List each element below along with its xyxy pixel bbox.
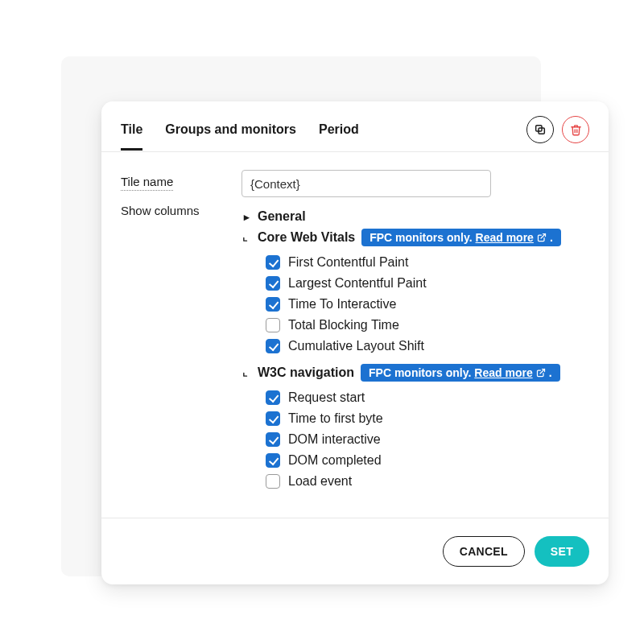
tab-tile[interactable]: Tile: [121, 118, 142, 151]
options-core-web-vitals: First Contentful Paint Largest Contentfu…: [242, 249, 589, 361]
checkbox-icon: [266, 390, 280, 405]
option-time-to-interactive[interactable]: Time To Interactive: [266, 294, 589, 315]
option-label: Request start: [288, 390, 365, 405]
form-body: Tile name Show columns General: [101, 152, 609, 518]
option-request-start[interactable]: Request start: [266, 387, 589, 408]
group-title: General: [258, 209, 306, 224]
option-label: DOM completed: [288, 453, 382, 468]
checkbox-icon: [266, 255, 280, 270]
tab-actions: [526, 116, 589, 151]
option-label: First Contentful Paint: [288, 255, 408, 270]
group-header-w3c-navigation[interactable]: W3C navigation FPC monitors only. Read m…: [242, 361, 589, 384]
checkbox-icon: [266, 432, 280, 447]
checkbox-icon: [266, 276, 280, 291]
badge-text: FPC monitors only.: [369, 231, 472, 244]
badge-period: .: [549, 366, 552, 379]
checkbox-icon: [266, 339, 280, 353]
option-first-contentful-paint[interactable]: First Contentful Paint: [266, 252, 589, 273]
group-title: W3C navigation: [258, 365, 354, 380]
expanded-arrow-icon: [242, 233, 251, 242]
tile-settings-dialog: Tile Groups and monitors Period: [101, 101, 609, 584]
checkbox-icon: [266, 318, 280, 332]
option-label: Total Blocking Time: [288, 318, 399, 332]
checkbox-icon: [266, 411, 280, 426]
checkbox-icon: [266, 474, 280, 489]
checkbox-icon: [266, 453, 280, 468]
option-dom-interactive[interactable]: DOM interactive: [266, 429, 589, 450]
read-more-link[interactable]: Read more: [476, 231, 534, 244]
option-label: Load event: [288, 474, 352, 489]
label-show-columns: Show columns: [121, 199, 224, 222]
duplicate-button[interactable]: [526, 116, 554, 143]
read-more-link[interactable]: Read more: [474, 366, 532, 379]
svg-line-2: [541, 234, 546, 239]
chevron-right-icon: [242, 211, 251, 223]
option-cumulative-layout-shift[interactable]: Cumulative Layout Shift: [266, 336, 589, 357]
fields-column: General Core Web Vitals FPC monitors onl…: [242, 170, 589, 497]
label-tile-name: Tile name: [121, 170, 173, 191]
external-link-icon: [537, 233, 547, 242]
option-label: Time To Interactive: [288, 297, 396, 312]
svg-line-3: [540, 369, 545, 374]
tab-groups-and-monitors[interactable]: Groups and monitors: [165, 118, 296, 151]
option-label: Cumulative Layout Shift: [288, 339, 424, 353]
column-groups: General Core Web Vitals FPC monitors onl…: [242, 207, 589, 497]
option-label: DOM interactive: [288, 432, 381, 447]
delete-button[interactable]: [562, 116, 589, 143]
labels-column: Tile name Show columns: [121, 170, 224, 222]
option-load-event[interactable]: Load event: [266, 471, 589, 492]
group-header-general[interactable]: General: [242, 207, 589, 226]
option-label: Time to first byte: [288, 411, 383, 426]
options-w3c-navigation: Request start Time to first byte DOM int…: [242, 384, 589, 497]
tile-name-input[interactable]: [242, 170, 491, 197]
fpc-badge: FPC monitors only. Read more .: [361, 364, 560, 382]
badge-period: .: [550, 231, 553, 244]
copy-icon: [534, 123, 547, 136]
badge-text: FPC monitors only.: [369, 366, 471, 379]
tab-bar: Tile Groups and monitors Period: [101, 101, 609, 152]
option-label: Largest Contentful Paint: [288, 276, 427, 291]
tabs: Tile Groups and monitors Period: [121, 118, 359, 151]
option-total-blocking-time[interactable]: Total Blocking Time: [266, 315, 589, 336]
dialog-footer: CANCEL SET: [101, 518, 609, 584]
option-time-to-first-byte[interactable]: Time to first byte: [266, 408, 589, 429]
option-dom-completed[interactable]: DOM completed: [266, 450, 589, 471]
tab-period[interactable]: Period: [319, 118, 359, 151]
expanded-arrow-icon: [242, 369, 251, 378]
cancel-button[interactable]: CANCEL: [443, 536, 525, 567]
trash-icon: [570, 124, 582, 136]
checkbox-icon: [266, 297, 280, 312]
group-header-core-web-vitals[interactable]: Core Web Vitals FPC monitors only. Read …: [242, 226, 589, 249]
external-link-icon: [536, 368, 546, 378]
group-title: Core Web Vitals: [258, 230, 355, 245]
fpc-badge: FPC monitors only. Read more .: [361, 229, 561, 246]
option-largest-contentful-paint[interactable]: Largest Contentful Paint: [266, 273, 589, 294]
set-button[interactable]: SET: [535, 536, 589, 567]
